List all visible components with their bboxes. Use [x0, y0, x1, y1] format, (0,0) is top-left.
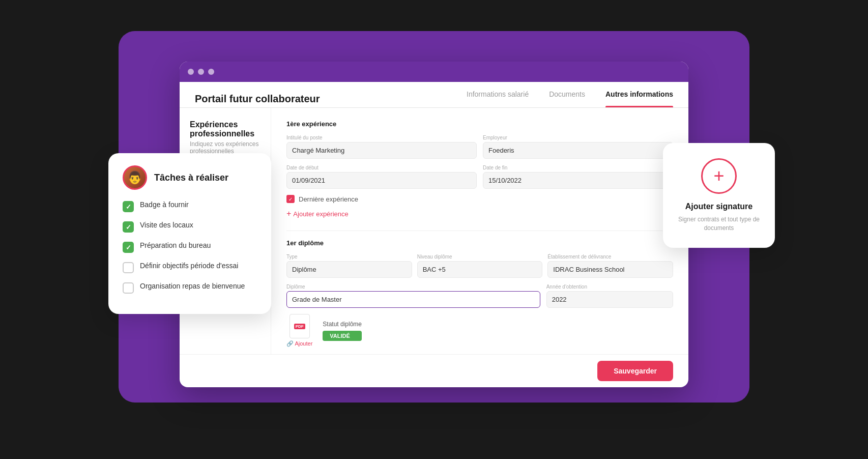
intitule-field: Intitulé du poste [286, 135, 477, 159]
right-panel: 1ère expérience Intitulé du poste Employ… [271, 108, 688, 354]
save-button[interactable]: Sauvegarder [597, 361, 673, 381]
experience-label: 1ère expérience [286, 120, 673, 128]
niveau-field: Niveau diplôme BAC +5 [417, 254, 543, 278]
type-select[interactable]: Diplôme [286, 261, 412, 278]
niveau-select[interactable]: BAC +5 [417, 261, 543, 278]
window-dot-1 [188, 69, 194, 75]
employeur-field: Employeur [483, 135, 673, 159]
task-label-objectifs: Définir objectifs période d'essai [140, 261, 238, 271]
etablissement-field: Établissement de délivrance [547, 254, 673, 278]
app-title: Portail futur collaborateur [195, 93, 320, 105]
date-debut-label: Date de début [286, 165, 477, 170]
tab-documents[interactable]: Documents [549, 90, 585, 100]
task-label-badge: Badge à fournir [140, 200, 189, 210]
task-item-repas: Organisation repas de bienvenue [123, 281, 257, 294]
experiences-subtitle: Indiquez vos expériences professionnelle… [190, 140, 261, 155]
signature-card: + Ajouter signature Signer contrats et t… [663, 143, 775, 248]
pdf-icon-wrap: 🔗 Ajouter [286, 314, 312, 347]
signature-title: Ajouter signature [685, 202, 753, 211]
derniere-exp-label: Dernière expérience [299, 195, 358, 203]
ajouter-experience-link[interactable]: Ajouter expérience [286, 209, 673, 218]
niveau-label: Niveau diplôme [417, 254, 543, 260]
annee-field: Année d'obtention [546, 284, 673, 308]
intitule-input[interactable] [286, 142, 477, 159]
section-divider [286, 231, 673, 231]
experience-block: 1ère expérience Intitulé du poste Employ… [286, 120, 673, 218]
nav-tabs: Portail futur collaborateur Informations… [180, 82, 688, 108]
pdf-section: 🔗 Ajouter Statut diplôme VALIDÉ [286, 314, 673, 347]
type-field: Type Diplôme [286, 254, 412, 278]
tab-informations-salarie[interactable]: Informations salarié [467, 90, 529, 100]
date-fin-field: Date de fin [483, 165, 673, 189]
statut-badge: VALIDÉ [323, 331, 362, 341]
task-checkbox-objectifs[interactable] [123, 262, 134, 273]
date-debut-input[interactable] [286, 172, 477, 189]
annee-input[interactable] [546, 291, 673, 308]
task-item-visite: Visite des locaux [123, 220, 257, 233]
intitule-employeur-row: Intitulé du poste Employeur [286, 135, 673, 159]
date-fin-label: Date de fin [483, 165, 673, 170]
date-debut-field: Date de début [286, 165, 477, 189]
task-checkbox-repas[interactable] [123, 282, 134, 294]
task-item-objectifs: Définir objectifs période d'essai [123, 261, 257, 273]
tasks-title: Tâches à réaliser [154, 173, 228, 183]
diplome-nom-row: Diplôme Année d'obtention [286, 284, 673, 308]
tasks-card: 👨 Tâches à réaliser Badge à fournir Visi… [108, 153, 271, 314]
etablissement-input[interactable] [547, 261, 673, 278]
signature-description: Signer contrats et tout type de document… [675, 215, 763, 233]
etablissement-label: Établissement de délivrance [547, 254, 673, 260]
diplome-nom-field: Diplôme [286, 284, 540, 308]
save-button-area: Sauvegarder [180, 354, 688, 387]
diplome-nom-label: Diplôme [286, 284, 540, 290]
employeur-input[interactable] [483, 142, 673, 159]
task-checkbox-bureau[interactable] [123, 242, 134, 253]
annee-label: Année d'obtention [546, 284, 673, 290]
task-item-bureau: Préparation du bureau [123, 241, 257, 253]
avatar: 👨 [123, 165, 147, 190]
diplome-label: 1er diplôme [286, 239, 673, 247]
type-label: Type [286, 254, 412, 260]
plus-icon: + [713, 167, 724, 185]
dates-row: Date de début Date de fin [286, 165, 673, 189]
pdf-add-label[interactable]: 🔗 Ajouter [286, 340, 312, 347]
date-fin-input[interactable] [483, 172, 673, 189]
intitule-label: Intitulé du poste [286, 135, 477, 140]
pdf-icon [290, 314, 310, 338]
task-label-visite: Visite des locaux [140, 220, 193, 231]
task-item-badge: Badge à fournir [123, 200, 257, 212]
statut-label: Statut diplôme [323, 321, 362, 328]
task-label-bureau: Préparation du bureau [140, 241, 211, 251]
diplome-type-row: Type Diplôme Niveau diplôme BAC +5 [286, 254, 673, 278]
diplome-block: 1er diplôme Type Diplôme Niveau diplôme [286, 239, 673, 347]
window-dot-3 [208, 69, 214, 75]
employeur-label: Employeur [483, 135, 673, 140]
statut-section: Statut diplôme VALIDÉ [323, 321, 362, 341]
tasks-header: 👨 Tâches à réaliser [123, 165, 257, 190]
plus-circle[interactable]: + [701, 158, 737, 194]
window-dot-2 [198, 69, 204, 75]
tab-items: Informations salarié Documents Autres in… [467, 90, 673, 107]
experiences-title: Expériences professionnelles [190, 120, 261, 138]
tab-autres-informations[interactable]: Autres informations [605, 90, 673, 100]
task-checkbox-badge[interactable] [123, 201, 134, 212]
task-checkbox-visite[interactable] [123, 221, 134, 233]
browser-titlebar [180, 62, 688, 82]
diplome-nom-input[interactable] [286, 291, 540, 308]
derniere-exp-checkbox[interactable] [286, 195, 295, 203]
task-label-repas: Organisation repas de bienvenue [140, 281, 245, 292]
derniere-exp-row: Dernière expérience [286, 195, 673, 203]
